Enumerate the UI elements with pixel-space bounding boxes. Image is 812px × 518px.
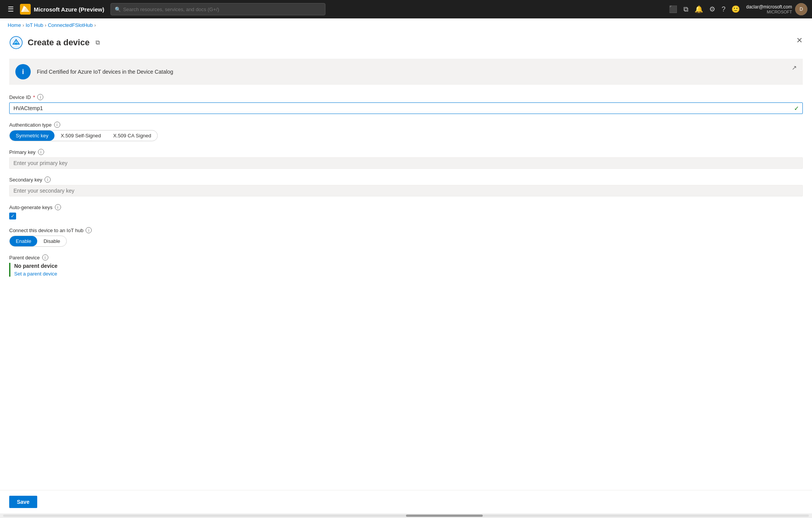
hamburger-icon[interactable]: ☰ (5, 3, 17, 15)
breadcrumb-home[interactable]: Home (8, 22, 21, 28)
settings-icon[interactable]: ⚙ (709, 5, 715, 13)
parent-device-group: Parent device i No parent device Set a p… (9, 254, 803, 277)
external-link-icon[interactable]: ↗ (792, 64, 797, 71)
primary-key-label: Primary key i (9, 149, 803, 155)
breadcrumb-sep-3: › (94, 23, 96, 28)
open-in-new-icon[interactable]: ⧉ (96, 39, 100, 46)
info-banner-text: Find Certified for Azure IoT devices in … (37, 69, 173, 75)
cloud-shell-icon[interactable]: ⬛ (669, 5, 677, 13)
feedback-icon[interactable]: 🙂 (731, 5, 740, 13)
auto-generate-label: Auto-generate keys i (9, 204, 803, 210)
breadcrumb-sep-1: › (23, 23, 24, 28)
connect-iot-toggle-group: Enable Disable (9, 236, 67, 247)
device-id-info-icon[interactable]: i (37, 94, 43, 100)
search-icon: 🔍 (115, 7, 121, 12)
valid-check-icon: ✓ (794, 105, 799, 112)
device-id-group: Device ID * i ✓ (9, 94, 803, 114)
secondary-key-info-icon[interactable]: i (45, 177, 51, 183)
auth-x509-selfsigned-btn[interactable]: X.509 Self-Signed (54, 130, 107, 141)
secondary-key-group: Secondary key i (9, 177, 803, 196)
brand-name: Microsoft Azure (Preview) (34, 6, 104, 13)
breadcrumb-sep-2: › (45, 23, 46, 28)
scroll-track[interactable] (3, 515, 809, 517)
search-bar[interactable]: 🔍 (111, 3, 325, 15)
connect-iot-label: Connect this device to an IoT hub i (9, 227, 803, 233)
info-banner-icon: i (15, 64, 31, 79)
azure-logo-icon (20, 4, 31, 15)
auth-type-group: Authentication type i Symmetric key X.50… (9, 122, 803, 141)
top-navigation: ☰ Microsoft Azure (Preview) 🔍 ⬛ ⧉ 🔔 ⚙ ? … (0, 0, 812, 18)
primary-key-info-icon[interactable]: i (38, 149, 44, 155)
secondary-key-input[interactable] (9, 185, 803, 196)
connect-iot-group: Connect this device to an IoT hub i Enab… (9, 227, 803, 247)
create-device-icon (9, 36, 23, 49)
auth-type-info-icon[interactable]: i (54, 122, 60, 128)
nav-right-actions: ⬛ ⧉ 🔔 ⚙ ? 🙂 daclar@microsoft.com MICROSO… (669, 3, 807, 15)
auth-type-toggle-group: Symmetric key X.509 Self-Signed X.509 CA… (9, 130, 158, 141)
scroll-thumb[interactable] (406, 515, 483, 517)
page-title-row: Create a device ⧉ ✕ (9, 36, 803, 49)
secondary-key-label: Secondary key i (9, 177, 803, 183)
parent-device-value: No parent device (14, 263, 803, 269)
device-id-label: Device ID * i (9, 94, 803, 100)
connect-iot-info-icon[interactable]: i (86, 227, 92, 233)
portal-feedback-icon[interactable]: ⧉ (683, 5, 688, 13)
auth-type-label: Authentication type i (9, 122, 803, 128)
auth-symmetric-key-btn[interactable]: Symmetric key (10, 130, 54, 141)
breadcrumb-hub[interactable]: ConnectedFSlotHub (48, 22, 93, 28)
user-email: daclar@microsoft.com (746, 4, 792, 10)
set-parent-device-link[interactable]: Set a parent device (14, 271, 57, 277)
device-id-input-wrapper: ✓ (9, 102, 803, 114)
user-org: MICROSOFT (746, 10, 792, 14)
parent-device-section: No parent device Set a parent device (9, 263, 803, 277)
enable-btn[interactable]: Enable (10, 236, 37, 246)
auth-x509-casigned-btn[interactable]: X.509 CA Signed (107, 130, 157, 141)
page-title: Create a device (28, 38, 89, 48)
help-icon[interactable]: ? (721, 5, 725, 13)
auto-generate-checkbox[interactable]: ✓ (9, 213, 16, 219)
user-info[interactable]: daclar@microsoft.com MICROSOFT D (746, 3, 807, 15)
required-star: * (33, 94, 35, 100)
device-id-input[interactable] (9, 102, 803, 114)
auto-generate-info-icon[interactable]: i (55, 204, 61, 210)
close-button[interactable]: ✕ (796, 36, 803, 45)
primary-key-input[interactable] (9, 157, 803, 169)
azure-svg-icon (21, 5, 30, 13)
search-input[interactable] (123, 7, 321, 12)
disable-btn[interactable]: Disable (37, 236, 66, 246)
info-letter: i (22, 68, 24, 76)
save-button[interactable]: Save (9, 496, 37, 508)
avatar[interactable]: D (795, 3, 807, 15)
parent-device-label: Parent device i (9, 254, 803, 261)
breadcrumb-iothub[interactable]: IoT Hub (26, 22, 43, 28)
primary-key-group: Primary key i (9, 149, 803, 169)
horizontal-scrollbar[interactable] (0, 513, 812, 518)
notifications-icon[interactable]: 🔔 (695, 5, 703, 13)
main-content: Create a device ⧉ ✕ i Find Certified for… (0, 32, 812, 490)
breadcrumb: Home › IoT Hub › ConnectedFSlotHub › (0, 18, 812, 32)
parent-device-info-icon[interactable]: i (42, 254, 48, 261)
bottom-bar: Save (0, 490, 812, 513)
info-banner: i Find Certified for Azure IoT devices i… (9, 59, 803, 85)
auto-generate-group: Auto-generate keys i ✓ (9, 204, 803, 219)
